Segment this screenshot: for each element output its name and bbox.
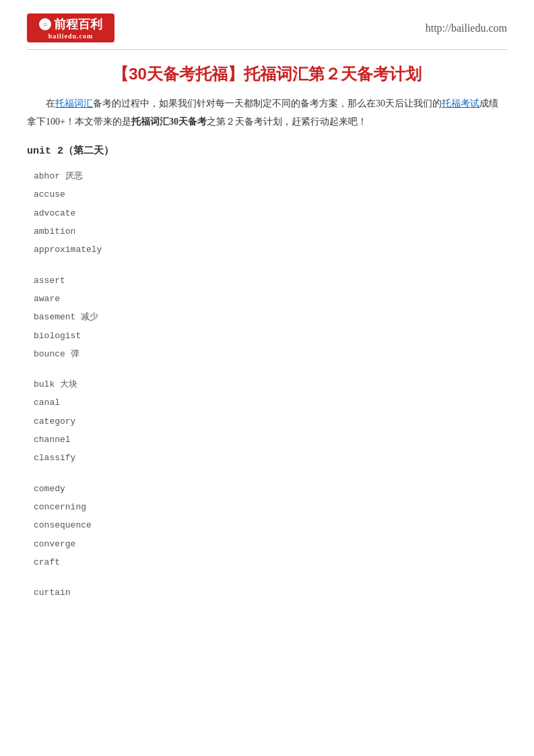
word-item: assert [27,272,507,290]
word-group-1: assertawarebasement 减少biologistbounce 弹 [27,272,507,363]
word-item: converge [27,535,507,553]
word-item: curtain [27,584,507,602]
word-item: category [27,412,507,431]
word-group-4: curtain [27,584,507,602]
intro-part4: 之第２天备考计划，赶紧行动起来吧！ [207,117,367,127]
word-item: biologist [27,327,507,345]
word-item: classify [27,449,507,467]
word-group-2: bulk 大块canalcategorychannelclassify [27,375,507,467]
word-item: consequence [27,516,507,534]
logo-container: ☺ 前程百利 bailiedu.com [27,13,114,42]
word-item: accuse [27,185,507,203]
word-item: advocate [27,204,507,222]
site-url: http://bailiedu.com [426,22,507,34]
intro-bold-text: 托福词汇30天备考 [131,117,207,127]
logo-box: ☺ 前程百利 bailiedu.com [27,13,114,42]
logo-main-text: 前程百利 [54,16,102,32]
toefl-exam-link[interactable]: 托福考试 [442,98,479,108]
unit-header: unit 2（第二天） [27,144,507,157]
word-item: abhor 厌恶 [27,167,507,185]
intro-part1: 在 [46,98,55,108]
word-item: concerning [27,498,507,516]
word-item: canal [27,393,507,412]
word-item: comedy [27,480,507,498]
word-group-0: abhor 厌恶accuseadvocateambitionapproximat… [27,167,507,259]
word-item: channel [27,431,507,449]
intro-paragraph: 在托福词汇备考的过程中，如果我们针对每一天都制定不同的备考方案，那么在30天后让… [27,95,507,131]
toefl-vocab-link[interactable]: 托福词汇 [55,98,93,108]
page-title: 【30天备考托福】托福词汇第２天备考计划 [27,63,507,85]
logo-icon: ☺ [39,18,51,30]
word-group-3: comedyconcerningconsequenceconvergecraft [27,480,507,571]
word-item: basement 减少 [27,308,507,326]
word-item: bulk 大块 [27,375,507,393]
logo-sub-text: bailiedu.com [48,32,94,40]
word-item: aware [27,290,507,308]
word-item: approximately [27,241,507,259]
word-groups-container: abhor 厌恶accuseadvocateambitionapproximat… [27,167,507,602]
word-item: bounce 弹 [27,345,507,363]
word-item: ambition [27,222,507,241]
page-header: ☺ 前程百利 bailiedu.com http://bailiedu.com [27,13,507,50]
word-item: craft [27,553,507,571]
intro-part2: 备考的过程中，如果我们针对每一天都制定不同的备考方案，那么在30天后让我们的 [93,98,442,108]
